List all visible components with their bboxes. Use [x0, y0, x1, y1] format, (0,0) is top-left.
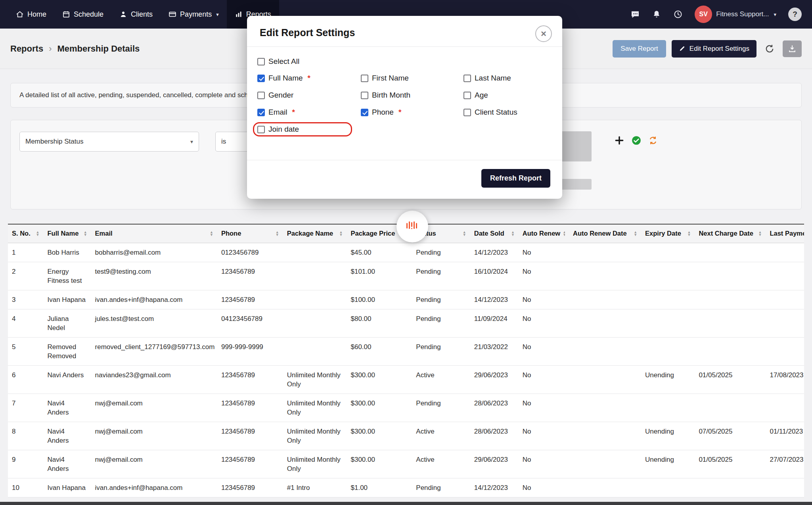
sort-icon: ▲▼ — [210, 231, 213, 236]
checkbox-email[interactable]: Email* — [257, 108, 361, 117]
column-header-full-name[interactable]: Full Name▲▼ — [44, 224, 91, 243]
apply-filter-check-icon[interactable] — [631, 135, 642, 146]
table-cell: Pending — [412, 290, 470, 309]
table-cell: 07/05/2025 — [695, 422, 766, 450]
table-cell: $300.00 — [347, 365, 412, 394]
table-cell: No — [519, 337, 569, 365]
navbar-right: SV Fitness Support... ▾ ? — [630, 0, 802, 29]
add-filter-icon[interactable] — [614, 135, 624, 146]
notifications-bell-icon[interactable] — [652, 10, 661, 19]
sort-icon: ▲▼ — [634, 231, 637, 236]
table-cell: 01/11/2023 — [766, 422, 804, 450]
save-report-button[interactable]: Save Report — [613, 40, 666, 58]
sort-icon: ▲▼ — [687, 231, 691, 236]
table-cell: Unlimited Monthly Only — [283, 394, 347, 422]
table-cell — [283, 262, 347, 290]
checkbox-client-status[interactable]: Client Status — [463, 108, 552, 117]
account-menu[interactable]: SV Fitness Support... ▾ — [695, 6, 776, 23]
table-cell: No — [519, 394, 569, 422]
table-cell — [569, 262, 641, 290]
clock-icon[interactable] — [673, 10, 683, 19]
column-header-label: Expiry Date — [645, 230, 681, 237]
chat-icon[interactable] — [630, 10, 640, 19]
table-cell: 17/08/2023 — [766, 365, 804, 394]
column-header-label: Email — [95, 230, 113, 237]
table-cell: 123456789 — [217, 478, 283, 497]
nav-item-label: Clients — [131, 10, 153, 19]
sort-icon: ▲▼ — [36, 231, 40, 236]
refresh-report-button[interactable]: Refresh Report — [481, 169, 550, 188]
nav-item-clients[interactable]: Clients — [111, 0, 161, 29]
download-button[interactable] — [783, 40, 802, 57]
table-cell — [695, 337, 766, 365]
table-cell: test9@testing.com — [91, 262, 217, 290]
checkbox-select-all[interactable]: Select All — [257, 57, 552, 66]
table-cell — [569, 394, 641, 422]
table-cell: Active — [412, 422, 470, 450]
checkbox-box — [257, 75, 265, 82]
nav-item-home[interactable]: Home — [8, 0, 54, 29]
avatar: SV — [695, 6, 712, 23]
table-cell: Ivan Hapana — [44, 478, 91, 497]
checkbox-full-name[interactable]: Full Name* — [257, 74, 361, 83]
checkbox-box — [257, 58, 265, 65]
nav-items: HomeScheduleClientsPayments▾Reports — [8, 0, 279, 29]
column-header-label: Last Payment — [770, 230, 804, 237]
checkbox-last-name[interactable]: Last Name — [463, 74, 552, 83]
column-header-email[interactable]: Email▲▼ — [91, 224, 217, 243]
nav-item-payments[interactable]: Payments▾ — [161, 0, 227, 29]
table-cell: Pending — [412, 478, 470, 497]
column-header-expiry-date[interactable]: Expiry Date▲▼ — [641, 224, 695, 243]
table-cell: 123456789 — [217, 422, 283, 450]
column-header-last-payment[interactable]: Last Payment▲▼ — [766, 224, 804, 243]
person-icon — [119, 10, 127, 18]
help-button[interactable]: ? — [788, 8, 802, 21]
table-row: 4Juliana Nedeljules.test@test.com0412345… — [8, 309, 804, 337]
checkbox-birth-month[interactable]: Birth Month — [361, 91, 463, 100]
table-cell: 1 — [8, 243, 44, 262]
table-cell: Pending — [412, 262, 470, 290]
table-cell: removed_client_1277169@597713.com — [91, 337, 217, 365]
nav-item-schedule[interactable]: Schedule — [54, 0, 111, 29]
checkbox-phone[interactable]: Phone* — [361, 108, 463, 117]
filter-field-select[interactable]: Membership Status ▾ — [19, 132, 199, 152]
sort-icon: ▲▼ — [758, 231, 762, 236]
table-cell: nwj@email.com — [91, 422, 217, 450]
checkbox-gender[interactable]: Gender — [257, 91, 361, 100]
edit-report-settings-button[interactable]: Edit Report Settings — [672, 40, 756, 58]
filter-operator-value: is — [221, 138, 226, 146]
checkbox-join-date[interactable]: Join date — [253, 122, 352, 136]
filter-field-value: Membership Status — [25, 138, 83, 146]
report-actions: Save Report Edit Report Settings — [613, 40, 802, 58]
refresh-icon[interactable] — [764, 44, 775, 54]
column-header-label: Date Sold — [474, 230, 504, 237]
column-header-s-no[interactable]: S. No.▲▼ — [8, 224, 44, 243]
table-cell — [766, 478, 804, 497]
table-row: 2Energy Fitness testtest9@testing.com123… — [8, 262, 804, 290]
table-cell: $1.00 — [347, 478, 412, 497]
column-header-date-sold[interactable]: Date Sold▲▼ — [470, 224, 519, 243]
checkbox-box — [257, 126, 265, 133]
table-cell: Energy Fitness test — [44, 262, 91, 290]
reset-filter-sync-icon[interactable] — [648, 136, 658, 145]
close-icon[interactable]: × — [535, 25, 552, 42]
column-header-next-charge-date[interactable]: Next Charge Date▲▼ — [695, 224, 766, 243]
column-header-auto-renew[interactable]: Auto Renew▲▼ — [519, 224, 569, 243]
column-header-package-name[interactable]: Package Name▲▼ — [283, 224, 347, 243]
table-cell: $101.00 — [347, 262, 412, 290]
checkbox-first-name[interactable]: First Name — [361, 74, 463, 83]
column-header-label: S. No. — [12, 230, 31, 237]
table-cell: 14/12/2023 — [470, 478, 519, 497]
horizontal-scrollbar[interactable] — [0, 502, 812, 505]
checkbox-age[interactable]: Age — [463, 91, 552, 100]
column-header-auto-renew-date[interactable]: Auto Renew Date▲▼ — [569, 224, 641, 243]
nav-item-label: Home — [27, 10, 46, 19]
table-cell: Active — [412, 450, 470, 478]
required-asterisk: * — [398, 108, 401, 117]
table-cell: Unlimited Monthly Only — [283, 450, 347, 478]
table-cell: 29/06/2023 — [470, 365, 519, 394]
column-header-phone[interactable]: Phone▲▼ — [217, 224, 283, 243]
table-cell: 6 — [8, 365, 44, 394]
breadcrumb-reports[interactable]: Reports — [10, 44, 43, 54]
field-checkbox-grid: Full Name*First NameLast NameGenderBirth… — [257, 74, 552, 134]
